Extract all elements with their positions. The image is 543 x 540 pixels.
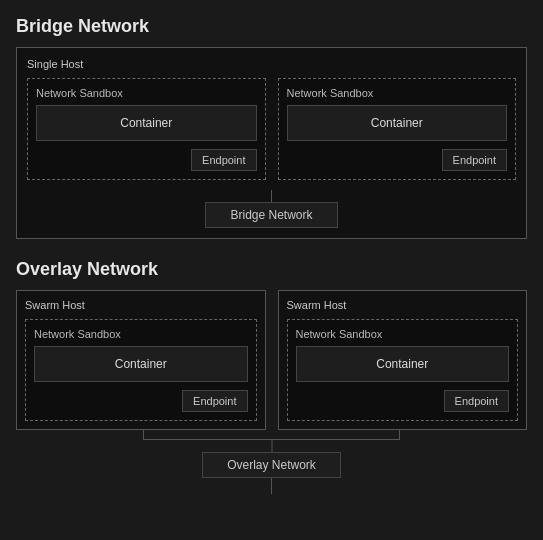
- bridge-connector: [27, 190, 516, 202]
- bridge-endpoint-1: Endpoint: [191, 149, 256, 171]
- overlay-network-row: Overlay Network: [16, 452, 527, 478]
- overlay-host-2: Swarm Host Network Sandbox Container End…: [278, 290, 528, 430]
- bridge-endpoint-2: Endpoint: [442, 149, 507, 171]
- overlay-connector-area: [16, 430, 527, 452]
- overlay-host1-label: Swarm Host: [25, 299, 257, 311]
- bridge-sandbox1-label: Network Sandbox: [36, 87, 257, 99]
- overlay-endpoint-2: Endpoint: [444, 390, 509, 412]
- overlay-endpoint1-row: Endpoint: [34, 390, 248, 412]
- bridge-title: Bridge Network: [16, 16, 527, 37]
- overlay-container-2: Container: [296, 346, 510, 382]
- bridge-sandbox-1: Network Sandbox Container Endpoint: [27, 78, 266, 180]
- overlay-endpoint2-row: Endpoint: [296, 390, 510, 412]
- bridge-host-label: Single Host: [27, 58, 516, 70]
- bridge-sandboxes-row: Network Sandbox Container Endpoint Netwo…: [27, 78, 516, 180]
- overlay-endpoint-1: Endpoint: [182, 390, 247, 412]
- overlay-sandbox-1: Network Sandbox Container Endpoint: [25, 319, 257, 421]
- overlay-bottom-vline: [271, 478, 272, 494]
- overlay-bottom-lines: [16, 478, 527, 494]
- overlay-diagram: Swarm Host Network Sandbox Container End…: [16, 290, 527, 494]
- overlay-center-vline: [271, 439, 272, 452]
- overlay-network-bar: Overlay Network: [202, 452, 341, 478]
- overlay-section: Overlay Network Swarm Host Network Sandb…: [16, 259, 527, 494]
- overlay-title: Overlay Network: [16, 259, 527, 280]
- bridge-sandbox2-label: Network Sandbox: [287, 87, 508, 99]
- bridge-endpoint2-row: Endpoint: [287, 149, 508, 171]
- bridge-container-2: Container: [287, 105, 508, 141]
- bridge-diagram: Single Host Network Sandbox Container En…: [16, 47, 527, 239]
- bridge-endpoint1-row: Endpoint: [36, 149, 257, 171]
- bridge-section: Bridge Network Single Host Network Sandb…: [16, 16, 527, 239]
- overlay-sandbox1-label: Network Sandbox: [34, 328, 248, 340]
- overlay-container-1: Container: [34, 346, 248, 382]
- bridge-connector-line: [271, 190, 272, 202]
- bridge-sandbox-2: Network Sandbox Container Endpoint: [278, 78, 517, 180]
- overlay-hosts-row: Swarm Host Network Sandbox Container End…: [16, 290, 527, 430]
- overlay-host2-label: Swarm Host: [287, 299, 519, 311]
- bridge-network-row: Bridge Network: [27, 202, 516, 228]
- overlay-sandbox2-label: Network Sandbox: [296, 328, 510, 340]
- bridge-network-bar: Bridge Network: [205, 202, 337, 228]
- overlay-host-1: Swarm Host Network Sandbox Container End…: [16, 290, 266, 430]
- bridge-container-1: Container: [36, 105, 257, 141]
- overlay-sandbox-2: Network Sandbox Container Endpoint: [287, 319, 519, 421]
